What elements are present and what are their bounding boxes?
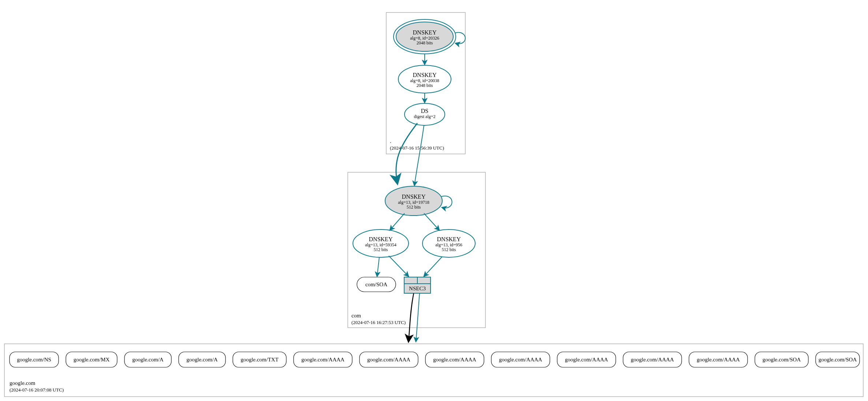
list-item: google.com/AAAA	[689, 352, 748, 367]
svg-text:google.com/AAAA: google.com/AAAA	[631, 357, 674, 363]
node-com-zsk1: DNSKEY alg=13, id=59354 512 bits	[353, 229, 409, 257]
node-root-ds: DS digest alg=2	[405, 103, 445, 125]
dnssec-graph: . (2024-07-16 15:56:39 UTC) DNSKEY alg=8…	[0, 0, 868, 401]
list-item: google.com/AAAA	[623, 352, 682, 367]
list-item: google.com/AAAA	[425, 352, 484, 367]
list-item: google.com/SOA	[816, 352, 860, 367]
list-item: google.com/AAAA	[294, 352, 352, 367]
svg-text:alg=13, id=19718: alg=13, id=19718	[398, 200, 429, 205]
zone-google-name: google.com	[10, 380, 36, 386]
svg-text:alg=8, id=20326: alg=8, id=20326	[410, 36, 439, 41]
svg-text:google.com/A: google.com/A	[186, 357, 218, 363]
list-item: google.com/A	[124, 352, 171, 367]
edge-com-ksk-self	[442, 196, 452, 208]
edge-ds-comksk-1	[396, 123, 417, 183]
svg-text:google.com/AAAA: google.com/AAAA	[367, 357, 410, 363]
svg-text:google.com/AAAA: google.com/AAAA	[301, 357, 344, 363]
node-com-nsec3: NSEC3	[404, 277, 431, 293]
edge-ds-comksk-2	[414, 125, 424, 185]
svg-text:DNSKEY: DNSKEY	[413, 72, 437, 78]
svg-text:DS: DS	[421, 108, 428, 114]
google-record-list: google.com/NS google.com/MX google.com/A…	[10, 352, 860, 367]
list-item: google.com/TXT	[233, 352, 286, 367]
node-com-soa: com/SOA	[357, 277, 396, 292]
list-item: google.com/AAAA	[557, 352, 616, 367]
svg-text:google.com/NS: google.com/NS	[17, 357, 51, 363]
svg-text:google.com/MX: google.com/MX	[74, 357, 110, 363]
svg-text:google.com/AAAA: google.com/AAAA	[565, 357, 608, 363]
svg-text:google.com/SOA: google.com/SOA	[819, 357, 857, 363]
svg-text:com/SOA: com/SOA	[365, 282, 387, 287]
svg-text:google.com/TXT: google.com/TXT	[241, 357, 279, 363]
edge-nsec3-google-teal	[416, 293, 420, 342]
svg-text:google.com/SOA: google.com/SOA	[763, 357, 801, 363]
node-root-zsk: DNSKEY alg=8, id=20038 2048 bits	[398, 65, 451, 93]
svg-text:alg=13, id=59354: alg=13, id=59354	[365, 242, 396, 247]
svg-text:DNSKEY: DNSKEY	[402, 194, 426, 200]
edge-nsec3-google-black	[409, 293, 414, 341]
node-root-ksk: DNSKEY alg=8, id=20326 2048 bits	[394, 19, 456, 54]
list-item: google.com/A	[179, 352, 226, 367]
svg-text:DNSKEY: DNSKEY	[413, 29, 437, 36]
list-item: google.com/MX	[66, 352, 117, 367]
edge-zsk1-soa	[377, 257, 379, 276]
svg-text:2048 bits: 2048 bits	[417, 83, 433, 88]
svg-text:google.com/AAAA: google.com/AAAA	[697, 357, 740, 363]
list-item: google.com/AAAA	[491, 352, 550, 367]
svg-text:DNSKEY: DNSKEY	[437, 236, 461, 242]
node-com-ksk: DNSKEY alg=13, id=19718 512 bits	[385, 186, 442, 216]
svg-text:2048 bits: 2048 bits	[417, 40, 433, 45]
edge-root-ksk-self	[455, 33, 465, 44]
edge-comksk-zsk1	[390, 213, 405, 230]
svg-text:DNSKEY: DNSKEY	[369, 236, 393, 242]
edge-comksk-zsk2	[424, 213, 439, 230]
svg-text:alg=8, id=20038: alg=8, id=20038	[410, 78, 439, 83]
zone-google: google.com (2024-07-16 20:07:08 UTC) goo…	[4, 344, 863, 397]
edge-zsk2-nsec3	[424, 257, 442, 276]
node-com-zsk2: DNSKEY alg=13, id=956 512 bits	[422, 229, 475, 257]
svg-text:512 bits: 512 bits	[407, 205, 421, 210]
svg-text:google.com/A: google.com/A	[132, 357, 164, 363]
svg-text:512 bits: 512 bits	[374, 247, 388, 252]
list-item: google.com/NS	[10, 352, 59, 367]
edge-zsk1-nsec3	[389, 256, 409, 276]
zone-google-timestamp: (2024-07-16 20:07:08 UTC)	[10, 387, 64, 393]
zone-root-timestamp: (2024-07-16 15:56:39 UTC)	[390, 145, 444, 151]
svg-text:512 bits: 512 bits	[442, 247, 456, 252]
svg-text:google.com/AAAA: google.com/AAAA	[499, 357, 542, 363]
zone-com-name: com	[351, 313, 361, 319]
svg-text:digest alg=2: digest alg=2	[414, 114, 435, 119]
list-item: google.com/SOA	[755, 352, 808, 367]
list-item: google.com/AAAA	[360, 352, 418, 367]
svg-text:NSEC3: NSEC3	[409, 286, 426, 291]
zone-root: . (2024-07-16 15:56:39 UTC) DNSKEY alg=8…	[386, 12, 465, 154]
zone-root-name: .	[390, 138, 391, 144]
zone-com-timestamp: (2024-07-16 16:27:53 UTC)	[351, 320, 406, 325]
svg-text:alg=13, id=956: alg=13, id=956	[435, 242, 462, 247]
svg-text:google.com/AAAA: google.com/AAAA	[433, 357, 476, 363]
